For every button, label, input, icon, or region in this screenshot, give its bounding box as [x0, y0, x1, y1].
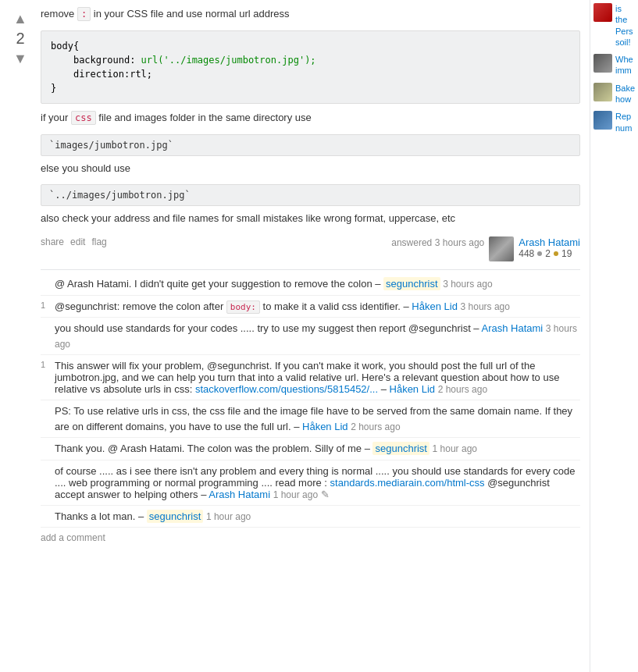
- answer-footer: share edit flag answered 3 hours ago: [41, 236, 580, 261]
- sidebar-item: is thePerssoil!: [593, 3, 635, 48]
- also-text: also check your address and file names f…: [41, 211, 580, 227]
- comment-body: Thanks a lot man. – segunchrist 1 hour a…: [55, 509, 580, 524]
- comment-body: @ Arash Hatami. I didn't quite get your …: [55, 276, 580, 292]
- user-rep: 448 2 19: [519, 248, 580, 259]
- comment-vote: [41, 321, 50, 351]
- answer-actions: share edit flag: [41, 236, 107, 247]
- sidebar-item: Repnum: [593, 111, 635, 133]
- comment-item: you should use standards for your codes …: [41, 318, 580, 355]
- comment-body: PS: To use relative urls in css, the css…: [55, 404, 580, 434]
- share-link[interactable]: share: [41, 236, 64, 247]
- flag-link[interactable]: flag: [91, 236, 106, 247]
- body-code: body:: [226, 300, 260, 314]
- comment-item: of course ..... as i see there isn't any…: [41, 460, 580, 506]
- comment-vote[interactable]: 1: [41, 360, 50, 395]
- vote-down-button[interactable]: ▼: [11, 49, 30, 68]
- answered-time: 3 hours ago: [435, 237, 484, 248]
- comment-time: 1 hour ago: [273, 489, 318, 500]
- comment-user[interactable]: segunchrist: [372, 442, 429, 455]
- avatar-image: [489, 236, 514, 261]
- comment-body: Thank you. @ Arash Hatami. The colon was…: [55, 441, 580, 457]
- comment-time: 3 hours ago: [461, 301, 510, 312]
- comment-item: Thank you. @ Arash Hatami. The colon was…: [41, 438, 580, 460]
- gold-dot: [554, 251, 558, 256]
- silver-dot: [537, 251, 542, 256]
- comment-body: @segunchrist: remove the colon after bod…: [55, 299, 580, 315]
- sidebar-avatar-3: [593, 83, 612, 101]
- path-box-2: `../images/jumbotron.jpg`: [41, 184, 580, 206]
- comment-item: 1 This answer will fix your problem, @se…: [41, 355, 580, 400]
- code-block-1: body{ background: url('../images/jumbotr…: [41, 30, 580, 104]
- comments-section: @ Arash Hatami. I didn't quite get your …: [41, 269, 580, 528]
- badge-2: 2: [545, 248, 551, 259]
- comment-user[interactable]: Håken Lid: [412, 300, 458, 312]
- comment-body: This answer will fix your problem, @segu…: [55, 360, 580, 395]
- comment-item: Thanks a lot man. – segunchrist 1 hour a…: [41, 506, 580, 528]
- sidebar-text-3[interactable]: Bakehow: [615, 83, 635, 105]
- vote-up-button[interactable]: ▲: [11, 9, 30, 28]
- comment-user[interactable]: segunchrist: [147, 510, 203, 523]
- edit-link[interactable]: edit: [70, 236, 85, 247]
- css-inline: css: [71, 111, 96, 125]
- edit-icon[interactable]: ✎: [321, 489, 330, 500]
- comment-time: 1 hour ago: [206, 511, 251, 522]
- user-name-link[interactable]: Arash Hatami: [519, 236, 580, 248]
- comment-item: 1 @segunchrist: remove the colon after b…: [41, 296, 580, 318]
- comment-body: you should use standards for your codes …: [55, 321, 580, 351]
- sidebar: is thePerssoil! Wheimm Bakehow Repnum: [590, 0, 638, 672]
- comment-time: 1 hour ago: [433, 443, 477, 454]
- badge-19: 19: [561, 248, 572, 259]
- sidebar-item: Bakehow: [593, 83, 635, 105]
- comment-vote: [41, 509, 50, 524]
- answered-info: answered 3 hours ago Arash Hatami 448 2: [391, 236, 580, 261]
- path-box-1: `images/jumbotron.jpg`: [41, 134, 580, 156]
- comment-user[interactable]: Håken Lid: [390, 383, 436, 395]
- sidebar-avatar-2: [593, 54, 612, 73]
- comment-time: 3 hours ago: [443, 279, 492, 290]
- comment-time: 2 hours ago: [438, 384, 487, 395]
- colon-inline: :: [77, 7, 91, 21]
- comment-item: @ Arash Hatami. I didn't quite get your …: [41, 273, 580, 296]
- answer-intro-text: remove : in your CSS file and use normal…: [41, 6, 580, 23]
- stackoverflow-link[interactable]: stackoverflow.com/questions/5815452/...: [195, 383, 378, 395]
- comment-item: PS: To use relative urls in css, the css…: [41, 400, 580, 438]
- if-text: if your css file and images folder in th…: [41, 110, 580, 126]
- sidebar-text-1[interactable]: is thePerssoil!: [615, 3, 635, 48]
- vote-count: 2: [16, 30, 24, 48]
- comment-user[interactable]: Håken Lid: [302, 421, 348, 432]
- sidebar-item: Wheimm: [593, 54, 635, 76]
- comment-body: of course ..... as i see there isn't any…: [55, 465, 580, 500]
- add-comment-link[interactable]: add a comment: [41, 528, 105, 546]
- user-card: Arash Hatami 448 2 19: [519, 236, 580, 259]
- comment-vote: [41, 441, 50, 457]
- comment-user[interactable]: Arash Hatami: [481, 322, 543, 334]
- comment-user[interactable]: segunchrist: [383, 277, 440, 290]
- comment-vote: [41, 404, 50, 434]
- comment-user[interactable]: Arash Hatami: [209, 489, 270, 500]
- comment-vote: [41, 465, 50, 500]
- sidebar-text-4[interactable]: Repnum: [615, 111, 632, 133]
- comment-vote: [41, 276, 50, 292]
- else-text: else you should use: [41, 161, 580, 177]
- answered-label: answered: [391, 237, 432, 248]
- comment-time: 2 hours ago: [351, 421, 400, 432]
- mediarain-link[interactable]: standards.mediarain.com/html-css: [330, 477, 485, 489]
- comment-vote[interactable]: 1: [41, 299, 50, 315]
- avatar: [489, 236, 514, 261]
- sidebar-avatar-4: [593, 111, 612, 130]
- sidebar-text-2[interactable]: Wheimm: [615, 54, 633, 76]
- sidebar-avatar-1: [593, 3, 612, 22]
